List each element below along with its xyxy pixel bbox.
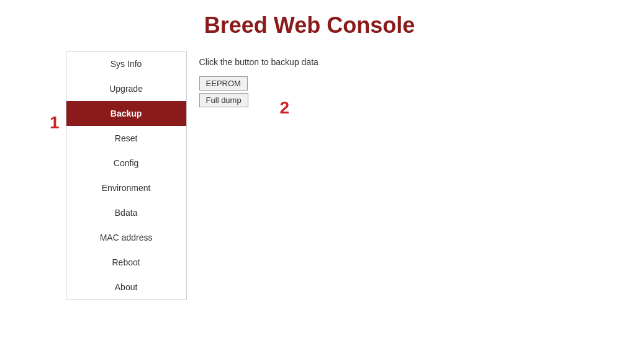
- sidebar-item-backup[interactable]: Backup: [66, 101, 186, 126]
- sidebar-item-mac-address[interactable]: MAC address: [66, 225, 186, 250]
- sidebar-item-reset[interactable]: Reset: [66, 126, 186, 151]
- sidebar-item-upgrade[interactable]: Upgrade: [66, 76, 186, 101]
- sidebar-item-bdata[interactable]: Bdata: [66, 200, 186, 225]
- backup-buttons-container: EEPROM Full dump: [199, 76, 248, 107]
- sidebar-item-about[interactable]: About: [66, 275, 186, 300]
- page-title: Breed Web Console: [0, 0, 619, 51]
- sidebar: Sys Info Upgrade Backup Reset Config Env…: [66, 51, 187, 300]
- full-dump-button[interactable]: Full dump: [199, 93, 248, 107]
- annotation-label-1: 1: [50, 113, 60, 133]
- content-description: Click the button to backup data: [199, 57, 607, 67]
- sidebar-item-config[interactable]: Config: [66, 151, 186, 175]
- sidebar-item-sys-info[interactable]: Sys Info: [66, 51, 186, 76]
- annotation-label-2: 2: [280, 98, 290, 118]
- sidebar-item-environment[interactable]: Environment: [66, 175, 186, 200]
- content-area: Click the button to backup data EEPROM F…: [187, 51, 619, 300]
- sidebar-item-reboot[interactable]: Reboot: [66, 250, 186, 275]
- eeprom-button[interactable]: EEPROM: [199, 76, 248, 91]
